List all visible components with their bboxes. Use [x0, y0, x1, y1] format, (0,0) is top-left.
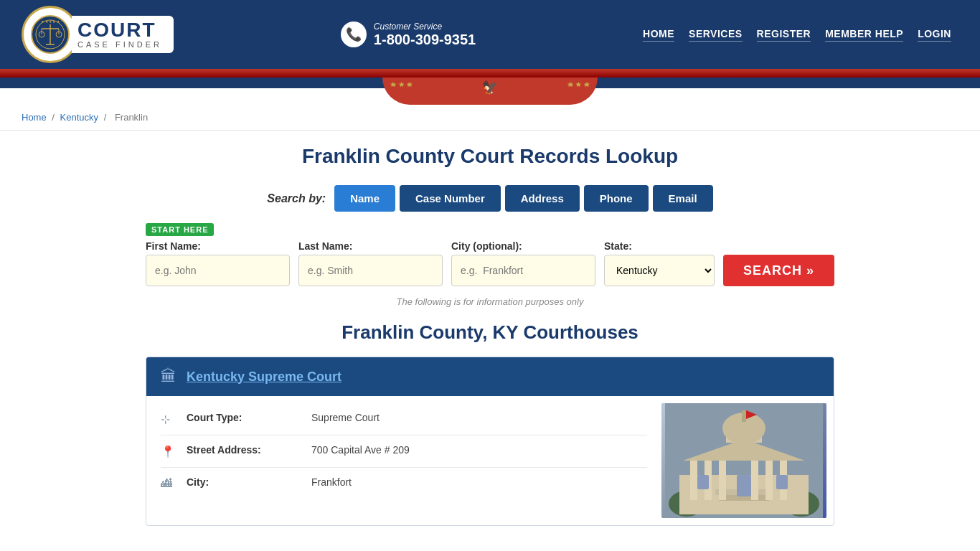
breadcrumb-home[interactable]: Home — [22, 112, 47, 123]
stars-right: ★ ★ ★ — [568, 81, 589, 88]
breadcrumb-sep-1: / — [52, 112, 57, 123]
header: ★ ★ ★ ★ ★ COURT CASE FINDER 📞 Customer S… — [0, 0, 980, 105]
info-note: The following is for information purpose… — [146, 296, 834, 307]
main-nav: HOME SERVICES REGISTER MEMBER HELP LOGIN — [643, 28, 951, 42]
court-type-label: Court Type: — [187, 412, 301, 423]
eagle-ribbon: ★ ★ ★ 🦅 ★ ★ ★ — [382, 77, 598, 105]
first-name-input[interactable] — [146, 255, 290, 286]
first-name-label: First Name: — [146, 240, 290, 252]
start-here-badge: START HERE — [146, 223, 214, 236]
city-label: City (optional): — [451, 240, 595, 252]
search-form-row: First Name: Last Name: City (optional): … — [146, 240, 834, 286]
courthouse-body: ⊹ Court Type: Supreme Court 📍 Street Add… — [146, 396, 834, 525]
logo-court-text: COURT — [77, 20, 162, 40]
svg-rect-29 — [737, 475, 751, 496]
logo-emblem-icon: ★ ★ ★ ★ ★ — [30, 14, 70, 55]
search-by-row: Search by: Name Case Number Address Phon… — [146, 185, 834, 212]
courthouses-title: Franklin County, KY Courthouses — [146, 321, 834, 344]
svg-rect-20 — [765, 461, 773, 500]
location-icon: 📍 — [161, 445, 176, 458]
detail-row-city: 🏙 City: Frankfort — [161, 468, 647, 499]
breadcrumb-state[interactable]: Kentucky — [60, 112, 98, 123]
tab-name[interactable]: Name — [334, 185, 395, 212]
search-button[interactable]: SEARCH » — [723, 255, 834, 286]
eagle-icon: 🦅 — [482, 80, 498, 95]
eagle-area: ★ ★ ★ 🦅 ★ ★ ★ — [0, 77, 980, 105]
tab-address[interactable]: Address — [505, 185, 580, 212]
svg-rect-16 — [690, 461, 697, 500]
courthouse-card: 🏛 Kentucky Supreme Court ⊹ Court Type: S… — [146, 357, 834, 526]
nav-register[interactable]: REGISTER — [757, 28, 811, 42]
svg-rect-27 — [697, 475, 709, 489]
search-form-container: START HERE First Name: Last Name: City (… — [146, 223, 834, 286]
nav-services[interactable]: SERVICES — [689, 28, 743, 42]
courthouse-details: ⊹ Court Type: Supreme Court 📍 Street Add… — [146, 396, 661, 525]
city-detail-value: Frankfort — [311, 476, 352, 488]
svg-rect-19 — [751, 461, 758, 500]
nav-member-help[interactable]: MEMBER HELP — [825, 28, 903, 42]
logo-text-area: COURT CASE FINDER — [72, 16, 174, 53]
svg-rect-18 — [719, 461, 726, 500]
state-group: State: Kentucky — [604, 240, 715, 286]
red-banner — [0, 69, 980, 77]
city-icon: 🏙 — [161, 477, 176, 490]
city-input[interactable] — [451, 255, 595, 286]
court-type-value: Supreme Court — [311, 412, 380, 423]
phone-icon: 📞 — [341, 22, 367, 47]
courthouse-header: 🏛 Kentucky Supreme Court — [146, 357, 834, 396]
courthouse-image — [661, 403, 826, 518]
svg-rect-28 — [776, 475, 788, 489]
city-group: City (optional): — [451, 240, 595, 286]
nav-login[interactable]: LOGIN — [918, 28, 951, 42]
capitol-building-svg — [665, 403, 823, 518]
tab-case-number[interactable]: Case Number — [400, 185, 501, 212]
page-title: Franklin County Court Records Lookup — [146, 145, 834, 168]
breadcrumb: Home / Kentucky / Franklin — [0, 105, 980, 131]
svg-rect-25 — [742, 410, 746, 422]
last-name-label: Last Name: — [298, 240, 443, 252]
main-content: Franklin County Court Records Lookup Sea… — [131, 131, 849, 551]
court-type-icon: ⊹ — [161, 413, 176, 426]
last-name-input[interactable] — [298, 255, 443, 286]
courthouse-header-icon: 🏛 — [161, 367, 176, 386]
courthouse-name-link[interactable]: Kentucky Supreme Court — [187, 369, 341, 385]
svg-text:★ ★ ★ ★ ★: ★ ★ ★ ★ ★ — [41, 19, 60, 24]
search-by-label: Search by: — [267, 192, 326, 205]
first-name-group: First Name: — [146, 240, 290, 286]
street-address-label: Street Address: — [187, 444, 301, 456]
breadcrumb-sep-2: / — [104, 112, 109, 123]
cs-label: Customer Service — [374, 22, 476, 32]
breadcrumb-county: Franklin — [115, 112, 148, 123]
cs-phone: 1-800-309-9351 — [374, 32, 476, 48]
detail-row-street: 📍 Street Address: 700 Capital Ave # 209 — [161, 435, 647, 468]
logo-area: ★ ★ ★ ★ ★ COURT CASE FINDER — [22, 6, 174, 63]
last-name-group: Last Name: — [298, 240, 443, 286]
logo-circle: ★ ★ ★ ★ ★ — [22, 6, 79, 63]
state-select[interactable]: Kentucky — [604, 255, 715, 286]
logo-case-finder-text: CASE FINDER — [77, 40, 162, 49]
cs-text: Customer Service 1-800-309-9351 — [374, 22, 476, 48]
street-address-value: 700 Capital Ave # 209 — [311, 444, 410, 456]
customer-service: 📞 Customer Service 1-800-309-9351 — [341, 22, 476, 48]
courthouse-image-placeholder — [661, 403, 826, 518]
state-label: State: — [604, 240, 715, 252]
city-detail-label: City: — [187, 476, 301, 488]
detail-row-court-type: ⊹ Court Type: Supreme Court — [161, 403, 647, 435]
nav-home[interactable]: HOME — [643, 28, 674, 42]
tab-phone[interactable]: Phone — [584, 185, 649, 212]
stars-left: ★ ★ ★ — [391, 81, 412, 88]
tab-email[interactable]: Email — [653, 185, 713, 212]
